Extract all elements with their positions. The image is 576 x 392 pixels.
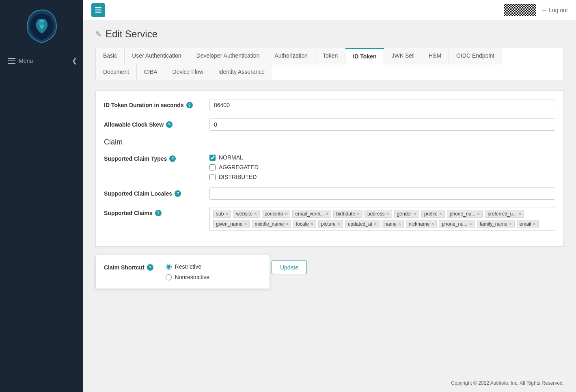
tab-hsm[interactable]: HSM — [421, 48, 449, 65]
tag-remove-icon[interactable]: × — [285, 222, 288, 226]
tag-label: email — [520, 221, 531, 227]
radio-restrictive-label: Restrictive — [175, 263, 201, 270]
tab-token[interactable]: Token — [315, 48, 345, 65]
tab-jwk-set[interactable]: JWK Set — [384, 48, 421, 65]
tab-identity-assurance[interactable]: Identity Assurance — [211, 65, 272, 80]
list-item[interactable]: zoneinfo× — [262, 210, 290, 218]
tag-remove-icon[interactable]: × — [337, 222, 340, 226]
claim-shortcut-box: Claim Shortcut ? Restrictive Nonrestrict… — [95, 255, 270, 289]
sidebar-menu-item[interactable]: Menu ❮ — [0, 53, 83, 69]
tag-remove-icon[interactable]: × — [386, 211, 389, 216]
list-item[interactable]: family_name× — [477, 220, 515, 228]
tab-user-authentication[interactable]: User Authentication — [125, 48, 189, 65]
tag-remove-icon[interactable]: × — [518, 211, 521, 216]
tag-remove-icon[interactable]: × — [254, 211, 257, 216]
logout-button[interactable]: → Log out — [541, 7, 568, 13]
list-item[interactable]: birthdate× — [333, 210, 362, 218]
list-item[interactable]: given_name× — [213, 220, 250, 228]
list-item[interactable]: phone_nu...× — [447, 210, 483, 218]
clock-skew-help-icon[interactable]: ? — [166, 121, 173, 128]
topbar-right: → Log out — [504, 4, 568, 16]
radio-restrictive-input[interactable] — [166, 264, 172, 270]
list-item[interactable]: phone_nu...× — [439, 220, 475, 228]
list-item[interactable]: email_verifi...× — [292, 210, 331, 218]
tag-remove-icon[interactable]: × — [439, 211, 442, 216]
page-content: ✎ Edit Service Basic User Authentication… — [83, 20, 576, 374]
clock-skew-input[interactable] — [209, 118, 555, 131]
tag-remove-icon[interactable]: × — [431, 222, 434, 226]
list-item[interactable]: middle_name× — [252, 220, 291, 228]
list-item[interactable]: updated_at× — [345, 220, 380, 228]
tag-label: email_verifi... — [295, 211, 324, 217]
svg-rect-5 — [95, 9, 101, 10]
tag-remove-icon[interactable]: × — [533, 222, 536, 226]
claim-shortcut-label: Claim Shortcut ? — [104, 263, 153, 271]
tag-remove-icon[interactable]: × — [326, 211, 328, 216]
id-token-duration-input[interactable] — [209, 99, 555, 111]
list-item[interactable]: picture× — [318, 220, 343, 228]
list-item[interactable]: address× — [365, 210, 392, 218]
supported-claims-tags[interactable]: sub×website×zoneinfo×email_verifi...×bir… — [209, 207, 555, 231]
list-item[interactable]: website× — [233, 210, 260, 218]
claim-section-title: Claim — [104, 138, 555, 146]
supported-claim-locales-input[interactable] — [209, 187, 555, 200]
tab-oidc-endpoint[interactable]: OIDC Endpoint — [449, 48, 502, 65]
tag-label: updated_at — [348, 221, 372, 227]
sidebar-logo — [0, 0, 83, 53]
tab-developer-authentication[interactable]: Developer Authentication — [189, 48, 268, 65]
checkbox-normal-label: NORMAL — [219, 154, 243, 161]
tab-id-token[interactable]: ID Token — [345, 48, 384, 65]
tab-ciba[interactable]: CIBA — [137, 65, 165, 80]
radio-nonrestrictive-label: Nonrestrictive — [175, 274, 210, 280]
list-item[interactable]: gender× — [394, 210, 419, 218]
tag-remove-icon[interactable]: × — [477, 211, 480, 216]
tag-remove-icon[interactable]: × — [398, 222, 401, 226]
radio-nonrestrictive-input[interactable] — [166, 274, 172, 280]
tab-authorization[interactable]: Authorization — [267, 48, 315, 65]
list-item[interactable]: name× — [382, 220, 404, 228]
tab-device-flow[interactable]: Device Flow — [165, 65, 211, 80]
list-item[interactable]: email× — [517, 220, 539, 228]
tag-remove-icon[interactable]: × — [414, 211, 416, 216]
form-card: ID Token Duration in seconds ? Allowable… — [95, 90, 564, 247]
hamburger-button[interactable] — [91, 3, 105, 17]
list-item[interactable]: preferred_u...× — [485, 210, 524, 218]
checkbox-aggregated[interactable]: AGGREGATED — [209, 164, 259, 170]
update-button[interactable]: Update — [272, 261, 307, 274]
checkbox-normal[interactable]: NORMAL — [209, 154, 259, 161]
supported-claim-types-help-icon[interactable]: ? — [169, 155, 176, 162]
checkbox-distributed-input[interactable] — [209, 174, 216, 180]
tabs-row-2: Document CIBA Device Flow Identity Assur… — [95, 65, 564, 80]
tag-remove-icon[interactable]: × — [225, 211, 228, 216]
tabs-wrapper: Basic User Authentication Developer Auth… — [95, 48, 564, 80]
supported-claim-types-row: Supported Claim Types ? NORMAL AGGREGATE… — [104, 153, 555, 180]
checkbox-normal-input[interactable] — [209, 155, 216, 161]
checkbox-aggregated-input[interactable] — [209, 164, 216, 170]
supported-claims-help-icon[interactable]: ? — [155, 210, 162, 216]
tag-label: gender — [397, 211, 412, 217]
checkbox-distributed[interactable]: DISTRIBUTED — [209, 174, 259, 180]
tag-remove-icon[interactable]: × — [285, 211, 287, 216]
list-item[interactable]: sub× — [213, 210, 231, 218]
radio-restrictive[interactable]: Restrictive — [166, 263, 210, 270]
list-item[interactable]: profile× — [421, 210, 445, 218]
tag-remove-icon[interactable]: × — [374, 222, 377, 226]
tag-remove-icon[interactable]: × — [244, 222, 247, 226]
supported-claim-locales-help-icon[interactable]: ? — [175, 190, 181, 197]
tab-document[interactable]: Document — [96, 65, 137, 80]
list-item[interactable]: locale× — [293, 220, 316, 228]
tag-remove-icon[interactable]: × — [357, 211, 360, 216]
tag-label: picture — [321, 221, 336, 227]
id-token-duration-help-icon[interactable]: ? — [186, 102, 193, 108]
tag-remove-icon[interactable]: × — [509, 222, 512, 226]
list-item[interactable]: nickname× — [406, 220, 437, 228]
tag-label: name — [384, 221, 397, 227]
clock-skew-row: Allowable Clock Skew ? — [104, 118, 555, 131]
tag-remove-icon[interactable]: × — [311, 222, 313, 226]
tag-remove-icon[interactable]: × — [469, 222, 472, 226]
tab-basic[interactable]: Basic — [96, 48, 125, 65]
claim-shortcut-help-icon[interactable]: ? — [147, 264, 153, 271]
radio-nonrestrictive[interactable]: Nonrestrictive — [166, 274, 210, 280]
page-title: Edit Service — [106, 28, 157, 40]
tag-label: profile — [424, 211, 438, 217]
